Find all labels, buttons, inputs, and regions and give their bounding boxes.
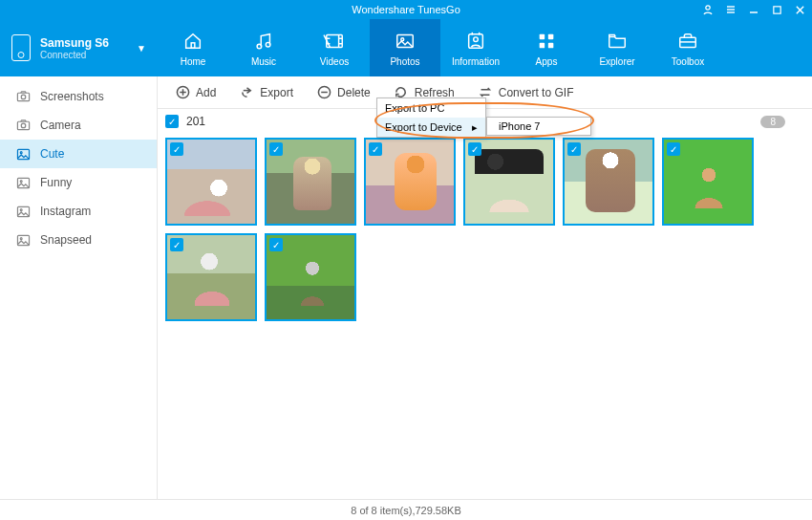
close-icon[interactable] bbox=[793, 3, 806, 16]
svg-point-33 bbox=[21, 123, 26, 128]
svg-point-21 bbox=[474, 36, 479, 41]
device-name: Samsung S6 bbox=[40, 36, 109, 50]
home-icon bbox=[182, 30, 204, 53]
instagram-icon bbox=[15, 204, 31, 219]
add-button[interactable]: Add bbox=[165, 81, 225, 104]
menu-icon[interactable] bbox=[724, 3, 737, 16]
thumb-checkbox[interactable]: ✓ bbox=[369, 142, 382, 156]
svg-point-37 bbox=[20, 180, 22, 182]
export-to-pc-item[interactable]: Export to PC bbox=[377, 98, 485, 118]
thumbnail-grid: ✓✓✓✓✓✓✓✓ bbox=[158, 134, 812, 325]
photo-thumbnail[interactable]: ✓ bbox=[662, 138, 754, 226]
chevron-down-icon: ▼ bbox=[137, 43, 146, 54]
sidebar-item-camera[interactable]: Camera bbox=[0, 111, 157, 140]
nav-label: Home bbox=[181, 56, 206, 67]
thumb-checkbox[interactable]: ✓ bbox=[468, 142, 481, 156]
sidebar-item-screenshots[interactable]: Screenshots bbox=[0, 82, 157, 111]
sidebar-item-cute[interactable]: Cute bbox=[0, 140, 157, 168]
minus-icon bbox=[316, 85, 331, 100]
funny-icon bbox=[15, 175, 31, 190]
user-icon[interactable] bbox=[701, 3, 715, 16]
sidebar-item-label: Screenshots bbox=[40, 90, 104, 103]
cute-icon bbox=[15, 146, 31, 162]
sidebar-item-instagram[interactable]: Instagram bbox=[0, 197, 157, 226]
svg-rect-30 bbox=[17, 93, 29, 100]
maximize-icon[interactable] bbox=[770, 3, 783, 16]
thumb-checkbox[interactable]: ✓ bbox=[567, 142, 581, 156]
sidebar-item-snapseed[interactable]: Snapseed bbox=[0, 226, 157, 254]
plus-icon bbox=[175, 85, 190, 100]
device-selector[interactable]: Samsung S6 Connected ▼ bbox=[0, 19, 158, 76]
thumb-checkbox[interactable]: ✓ bbox=[170, 238, 183, 251]
group-checkbox[interactable]: ✓ bbox=[165, 115, 179, 128]
nav-apps[interactable]: Apps bbox=[511, 19, 582, 76]
svg-point-35 bbox=[20, 151, 22, 153]
information-icon bbox=[464, 30, 487, 53]
nav-label: Information bbox=[452, 56, 500, 67]
music-icon bbox=[252, 30, 275, 53]
nav-home[interactable]: Home bbox=[158, 19, 228, 76]
export-icon bbox=[239, 85, 254, 100]
nav-explorer[interactable]: Explorer bbox=[582, 19, 652, 76]
delete-button[interactable]: Delete bbox=[307, 81, 380, 104]
sidebar-item-label: Funny bbox=[40, 176, 72, 189]
svg-point-0 bbox=[706, 6, 710, 10]
nav-label: Music bbox=[251, 56, 276, 67]
sidebar: ScreenshotsCameraCuteFunnyInstagramSnaps… bbox=[0, 76, 158, 499]
nav-label: Videos bbox=[320, 56, 349, 67]
group-date: 201 bbox=[186, 115, 205, 128]
nav-label: Apps bbox=[536, 56, 558, 67]
photo-thumbnail[interactable]: ✓ bbox=[165, 138, 257, 226]
app-title: Wondershare TunesGo bbox=[352, 4, 460, 15]
nav-label: Explorer bbox=[599, 56, 634, 67]
gif-label: Convert to GIF bbox=[499, 86, 574, 99]
device-status: Connected bbox=[40, 50, 109, 60]
sidebar-item-funny[interactable]: Funny bbox=[0, 168, 157, 197]
topbar: Samsung S6 Connected ▼ HomeMusicVideosPh… bbox=[0, 19, 812, 76]
minimize-icon[interactable] bbox=[747, 3, 760, 16]
photo-thumbnail[interactable]: ✓ bbox=[265, 233, 356, 321]
svg-point-41 bbox=[20, 237, 22, 239]
snapseed-icon bbox=[15, 232, 31, 248]
export-button[interactable]: Export bbox=[229, 81, 303, 104]
nav-toolbox[interactable]: Toolbox bbox=[652, 19, 723, 76]
thumb-checkbox[interactable]: ✓ bbox=[269, 142, 283, 156]
group-count: 8 bbox=[760, 116, 785, 128]
thumb-checkbox[interactable]: ✓ bbox=[170, 142, 183, 156]
videos-icon bbox=[323, 30, 346, 53]
nav-photos[interactable]: Photos bbox=[370, 19, 440, 76]
toolbox-icon bbox=[676, 30, 699, 53]
add-label: Add bbox=[196, 86, 216, 99]
svg-rect-8 bbox=[191, 42, 195, 48]
photo-thumbnail[interactable]: ✓ bbox=[563, 138, 654, 226]
nav-label: Photos bbox=[390, 56, 419, 67]
nav-music[interactable]: Music bbox=[228, 19, 299, 76]
export-label: Export bbox=[260, 86, 293, 99]
chevron-right-icon: ▸ bbox=[472, 121, 478, 134]
screenshots-icon bbox=[15, 89, 31, 104]
content: Add Export Delete Refresh Convert to GIF… bbox=[158, 76, 812, 499]
photo-thumbnail[interactable]: ✓ bbox=[165, 233, 257, 321]
photo-thumbnail[interactable]: ✓ bbox=[463, 138, 555, 226]
sidebar-item-label: Cute bbox=[40, 147, 64, 161]
photo-thumbnail[interactable]: ✓ bbox=[364, 138, 456, 226]
camera-icon bbox=[15, 118, 31, 133]
phone-icon bbox=[11, 34, 31, 61]
photo-thumbnail[interactable]: ✓ bbox=[265, 138, 356, 226]
photos-icon bbox=[394, 30, 417, 53]
svg-rect-26 bbox=[540, 42, 545, 48]
svg-point-9 bbox=[257, 44, 262, 49]
thumb-checkbox[interactable]: ✓ bbox=[269, 238, 283, 251]
thumb-checkbox[interactable]: ✓ bbox=[667, 142, 680, 156]
nav-information[interactable]: Information bbox=[440, 19, 511, 76]
nav-videos[interactable]: Videos bbox=[299, 19, 370, 76]
sidebar-item-label: Camera bbox=[40, 119, 81, 132]
svg-rect-27 bbox=[548, 42, 554, 48]
status-text: 8 of 8 item(s),729.58KB bbox=[351, 505, 461, 516]
export-to-device-item[interactable]: Export to Device▸ bbox=[377, 118, 485, 137]
svg-point-31 bbox=[21, 95, 26, 99]
sidebar-item-label: Instagram bbox=[40, 205, 91, 218]
delete-label: Delete bbox=[337, 86, 371, 99]
export-device-submenu-item[interactable]: iPhone 7 bbox=[486, 117, 591, 136]
explorer-icon bbox=[606, 30, 629, 53]
